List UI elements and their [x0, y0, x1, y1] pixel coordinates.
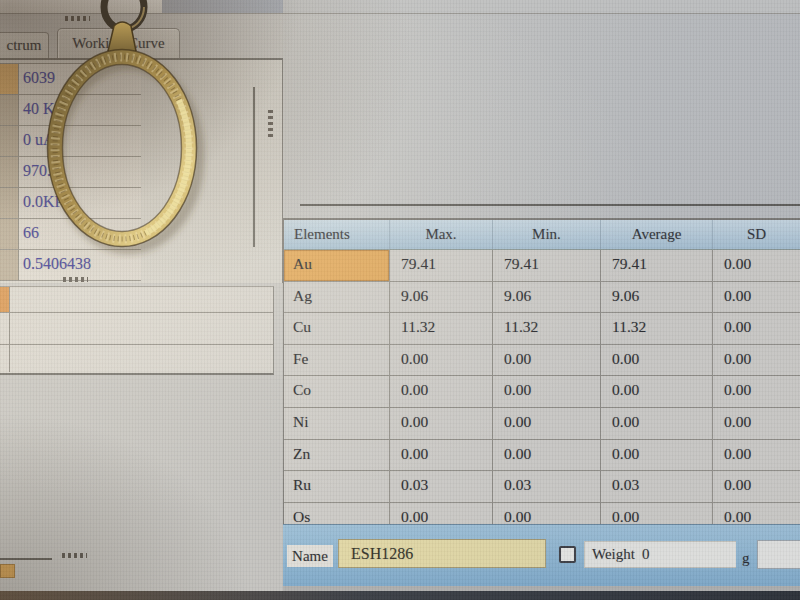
panel-edge-line [0, 558, 52, 560]
sample-info-bar: Name ESH1286 Weight 0 g [283, 524, 800, 586]
average-cell[interactable]: 0.00 [601, 376, 713, 407]
table-row-fe[interactable]: Fe 0.00 0.00 0.00 0.00 [284, 345, 800, 377]
column-header-min[interactable]: Min. [493, 220, 601, 249]
element-cell[interactable]: Ag [284, 282, 390, 313]
column-header-average[interactable]: Average [601, 220, 713, 249]
table-row-co[interactable]: Co 0.00 0.00 0.00 0.00 [284, 376, 800, 408]
partial-highlight-cell [0, 564, 15, 578]
column-header-max[interactable]: Max. [390, 220, 493, 249]
name-label: Name [287, 545, 333, 567]
separator-line [300, 204, 800, 206]
max-cell[interactable]: 0.00 [390, 345, 493, 376]
row-indicator-cell[interactable] [0, 250, 19, 280]
average-cell[interactable]: 0.00 [601, 440, 713, 471]
grid-row[interactable] [0, 313, 273, 345]
average-cell[interactable]: 0.00 [601, 408, 713, 439]
min-cell[interactable]: 0.00 [493, 408, 601, 439]
table-header-row: Elements Max. Min. Average SD [284, 220, 800, 250]
row-indicator-cell[interactable] [0, 287, 10, 312]
sd-cell[interactable]: 0.00 [713, 408, 800, 439]
table-row-zn[interactable]: Zn 0.00 0.00 0.00 0.00 [284, 440, 800, 472]
average-cell[interactable]: 11.32 [601, 313, 713, 344]
average-cell[interactable]: 79.41 [601, 250, 713, 281]
sd-cell[interactable]: 0.00 [713, 503, 800, 524]
row-indicator-cell[interactable] [0, 95, 19, 125]
splitter-dots-icon[interactable] [62, 553, 87, 558]
weight-label: Weight [592, 546, 635, 563]
min-cell[interactable]: 0.00 [493, 503, 601, 524]
vertical-splitter-dots-icon[interactable] [268, 107, 273, 137]
analyzer-app-window: ctrum Working Curve 6039 40 Kv 0 uA 970.… [0, 0, 800, 600]
vertical-scrollbar[interactable] [253, 87, 255, 247]
column-header-sd[interactable]: SD [713, 220, 800, 249]
horizontal-splitter-dots-icon[interactable] [63, 277, 88, 282]
element-cell[interactable]: Cu [284, 313, 390, 344]
average-cell[interactable]: 0.03 [601, 471, 713, 502]
table-row-ru[interactable]: Ru 0.03 0.03 0.03 0.00 [284, 471, 800, 503]
max-cell[interactable]: 0.00 [390, 440, 493, 471]
sd-cell[interactable]: 0.00 [713, 250, 800, 281]
table-row-au[interactable]: Au 79.41 79.41 79.41 0.00 [284, 250, 800, 282]
table-row-os[interactable]: Os 0.00 0.00 0.00 0.00 [284, 503, 800, 524]
results-table: Elements Max. Min. Average SD Au 79.41 7… [283, 218, 800, 524]
extra-input[interactable] [757, 540, 800, 569]
sd-cell[interactable]: 0.00 [713, 440, 800, 471]
table-row-ag[interactable]: Ag 9.06 9.06 9.06 0.00 [284, 282, 800, 314]
grid-row[interactable] [0, 345, 273, 372]
sd-cell[interactable]: 0.00 [713, 345, 800, 376]
sd-cell[interactable]: 0.00 [713, 376, 800, 407]
average-cell[interactable]: 0.00 [601, 503, 713, 524]
monitor-bezel-edge [0, 591, 800, 600]
weight-checkbox[interactable] [559, 546, 576, 563]
average-cell[interactable]: 0.00 [601, 345, 713, 376]
max-cell[interactable]: 0.00 [390, 408, 493, 439]
min-cell[interactable]: 0.00 [493, 440, 601, 471]
column-header-elements[interactable]: Elements [284, 220, 390, 249]
row-indicator-cell[interactable] [0, 345, 10, 372]
sd-cell[interactable]: 0.00 [713, 471, 800, 502]
row-indicator-cell[interactable] [0, 64, 19, 94]
max-cell[interactable]: 0.00 [390, 503, 493, 524]
row-indicator-cell[interactable] [0, 219, 19, 249]
element-cell[interactable]: Fe [284, 345, 390, 376]
element-cell[interactable]: Zn [284, 440, 390, 471]
table-row-cu[interactable]: Cu 11.32 11.32 11.32 0.00 [284, 313, 800, 345]
element-cell[interactable]: Au [284, 250, 390, 281]
row-indicator-cell[interactable] [0, 157, 19, 187]
average-cell[interactable]: 9.06 [601, 282, 713, 313]
element-cell[interactable]: Ru [284, 471, 390, 502]
grid-row[interactable] [0, 287, 273, 313]
max-cell[interactable]: 11.32 [390, 313, 493, 344]
min-cell[interactable]: 9.06 [493, 282, 601, 313]
element-cell[interactable]: Co [284, 376, 390, 407]
gold-ring-pendant [18, 0, 233, 259]
max-cell[interactable]: 0.03 [390, 471, 493, 502]
row-indicator-cell[interactable] [0, 126, 19, 156]
max-cell[interactable]: 9.06 [390, 282, 493, 313]
min-cell[interactable]: 0.00 [493, 376, 601, 407]
row-indicator-cell[interactable] [0, 188, 19, 218]
min-cell[interactable]: 79.41 [493, 250, 601, 281]
max-cell[interactable]: 0.00 [390, 376, 493, 407]
max-cell[interactable]: 79.41 [390, 250, 493, 281]
top-toolbar-strip-right [283, 0, 800, 14]
min-cell[interactable]: 0.00 [493, 345, 601, 376]
min-cell[interactable]: 11.32 [493, 313, 601, 344]
table-row-ni[interactable]: Ni 0.00 0.00 0.00 0.00 [284, 408, 800, 440]
sample-name-input[interactable]: ESH1286 [338, 539, 546, 568]
bottom-left-panel [0, 375, 283, 592]
sd-cell[interactable]: 0.00 [713, 282, 800, 313]
secondary-grid-panel [0, 286, 274, 375]
sd-cell[interactable]: 0.00 [713, 313, 800, 344]
weight-value[interactable]: 0 [642, 546, 650, 563]
weight-field[interactable]: Weight 0 [584, 541, 736, 568]
row-indicator-cell[interactable] [0, 313, 10, 344]
element-cell[interactable]: Ni [284, 408, 390, 439]
min-cell[interactable]: 0.03 [493, 471, 601, 502]
unit-gram-label: g [742, 550, 750, 567]
element-cell[interactable]: Os [284, 503, 390, 524]
